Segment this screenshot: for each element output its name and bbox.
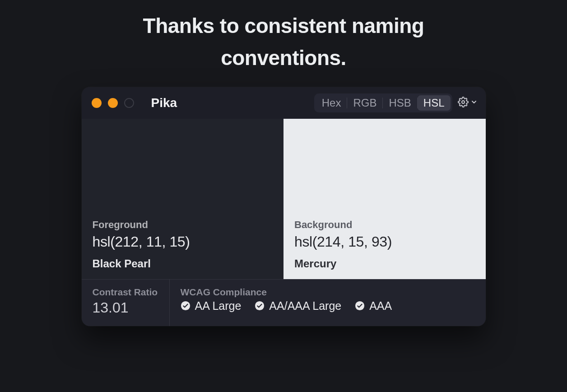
- background-label: Background: [294, 219, 475, 231]
- format-tab-hsl[interactable]: HSL: [418, 95, 451, 111]
- wcag-level-text: AA/AAA Large: [269, 299, 341, 313]
- titlebar: Pika Hex RGB HSB HSL: [82, 87, 486, 119]
- traffic-lights: [92, 98, 134, 108]
- format-tab-hex[interactable]: Hex: [316, 95, 347, 111]
- contrast-ratio-section: Contrast Ratio 13.01: [82, 280, 170, 326]
- background-color-name: Mercury: [294, 257, 475, 270]
- checkmark-circle-icon: [181, 301, 191, 311]
- wcag-compliance-section: WCAG Compliance AA Large AA/AAA Large: [170, 280, 403, 326]
- foreground-color-name: Black Pearl: [93, 257, 273, 270]
- headline-text: Thanks to consistent naming conventions.: [80, 10, 487, 75]
- contrast-ratio-value: 13.01: [93, 299, 158, 316]
- window-minimize-button[interactable]: [108, 98, 118, 108]
- app-title: Pika: [151, 96, 177, 110]
- svg-point-0: [462, 101, 465, 103]
- checkmark-circle-icon: [355, 301, 365, 311]
- checkmark-circle-icon: [255, 301, 265, 311]
- settings-menu-button[interactable]: [458, 97, 478, 109]
- wcag-level-item: AA Large: [181, 299, 242, 313]
- format-tab-hsb[interactable]: HSB: [383, 95, 417, 111]
- foreground-color-value: hsl(212, 11, 15): [93, 233, 273, 250]
- wcag-level-item: AA/AAA Large: [255, 299, 341, 313]
- foreground-swatch[interactable]: Foreground hsl(212, 11, 15) Black Pearl: [82, 119, 284, 279]
- color-swatches: Foreground hsl(212, 11, 15) Black Pearl …: [82, 119, 486, 279]
- app-window: Pika Hex RGB HSB HSL: [82, 87, 486, 326]
- window-close-button[interactable]: [92, 98, 102, 108]
- format-tab-rgb[interactable]: RGB: [347, 95, 382, 111]
- window-zoom-button[interactable]: [124, 98, 134, 108]
- wcag-level-text: AA Large: [195, 299, 242, 313]
- background-color-value: hsl(214, 15, 93): [294, 233, 475, 250]
- foreground-label: Foreground: [93, 219, 273, 231]
- wcag-levels-row: AA Large AA/AAA Large AAA: [181, 299, 392, 313]
- chevron-down-icon: [470, 98, 478, 107]
- wcag-level-text: AAA: [369, 299, 392, 313]
- background-swatch[interactable]: Background hsl(214, 15, 93) Mercury: [284, 119, 486, 279]
- footer: Contrast Ratio 13.01 WCAG Compliance AA …: [82, 279, 486, 326]
- wcag-level-item: AAA: [355, 299, 392, 313]
- wcag-label: WCAG Compliance: [181, 287, 392, 298]
- contrast-ratio-label: Contrast Ratio: [93, 287, 158, 298]
- gear-icon: [458, 97, 469, 109]
- color-format-segmented-control[interactable]: Hex RGB HSB HSL: [314, 93, 452, 112]
